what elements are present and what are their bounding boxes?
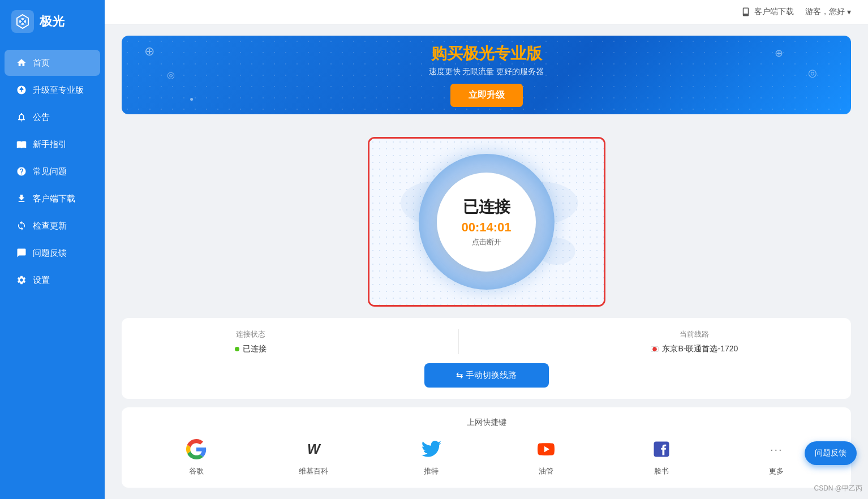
shortcut-twitter[interactable]: 推特 bbox=[419, 437, 444, 476]
sidebar-item-feedback[interactable]: 问题反馈 bbox=[5, 240, 100, 266]
connection-status-label: 连接状态 bbox=[236, 329, 265, 339]
sidebar-item-label: 客户端下载 bbox=[33, 193, 75, 204]
youtube-icon bbox=[534, 437, 558, 462]
shortcut-youtube[interactable]: 油管 bbox=[534, 437, 558, 476]
banner-title: 购买极光专业版 bbox=[431, 43, 542, 64]
mobile-icon bbox=[741, 7, 751, 17]
notice-icon bbox=[16, 111, 27, 123]
japan-flag-icon bbox=[651, 346, 659, 352]
main-content: 客户端下载 游客，您好 ▾ ⊕ ◎ ● ⊕ ◎ 购买极光专业版 速度更快 无限流… bbox=[105, 0, 868, 499]
header-bar: 客户端下载 游客，您好 ▾ bbox=[105, 0, 868, 24]
download-label: 客户端下载 bbox=[754, 7, 794, 17]
connected-value: 已连接 bbox=[243, 344, 267, 354]
twitter-icon bbox=[419, 437, 444, 462]
sidebar-item-label: 检查更新 bbox=[33, 221, 67, 231]
facebook-label: 脸书 bbox=[654, 466, 669, 476]
settings-icon bbox=[16, 274, 27, 286]
banner-deco-4: ⊕ bbox=[775, 47, 783, 59]
home-icon bbox=[16, 57, 27, 68]
shortcut-wikipedia[interactable]: W 维基百科 bbox=[299, 437, 328, 476]
wikipedia-label: 维基百科 bbox=[299, 466, 328, 476]
shortcuts-row: 谷歌 W 维基百科 推特 油管 bbox=[139, 437, 834, 476]
connected-status: 已连接 bbox=[463, 196, 510, 218]
facebook-icon bbox=[649, 437, 674, 462]
banner-deco-3: ● bbox=[190, 95, 194, 103]
line-label: 当前线路 bbox=[680, 329, 709, 339]
sidebar-item-label: 升级至专业版 bbox=[33, 85, 84, 96]
guide-icon bbox=[16, 139, 27, 150]
wikipedia-icon: W bbox=[301, 437, 326, 462]
banner-title-prefix: 购买极光 bbox=[431, 45, 495, 62]
sidebar-item-label: 问题反馈 bbox=[33, 248, 67, 259]
csdn-watermark: CSDN @甲乙丙 bbox=[814, 484, 862, 493]
youtube-label: 油管 bbox=[539, 466, 553, 476]
connection-status-value: 已连接 bbox=[235, 344, 267, 354]
sidebar-item-faq[interactable]: 常见问题 bbox=[5, 158, 100, 184]
app-logo-icon bbox=[11, 10, 34, 33]
google-icon bbox=[184, 437, 209, 462]
banner-content: 购买极光专业版 速度更快 无限流量 更好的服务器 立即升级 bbox=[429, 43, 544, 107]
shortcut-more[interactable]: ··· 更多 bbox=[764, 437, 789, 476]
header-user[interactable]: 游客，您好 ▾ bbox=[805, 7, 851, 17]
sidebar-item-label: 首页 bbox=[33, 58, 50, 68]
banner-deco-1: ⊕ bbox=[144, 44, 154, 59]
promo-banner: ⊕ ◎ ● ⊕ ◎ 购买极光专业版 速度更快 无限流量 更好的服务器 立即升级 bbox=[122, 36, 851, 114]
upgrade-button[interactable]: 立即升级 bbox=[450, 84, 523, 107]
upgrade-icon bbox=[16, 84, 27, 96]
app-name: 极光 bbox=[40, 13, 65, 30]
banner-deco-2: ◎ bbox=[167, 70, 175, 80]
banner-title-highlight: 专业版 bbox=[495, 45, 542, 62]
connection-ring: 已连接 00:14:01 点击断开 bbox=[419, 154, 555, 290]
sidebar: 极光 首页 升级至专业版 公告 新手指引 bbox=[0, 0, 105, 499]
faq-icon bbox=[16, 166, 27, 177]
line-value: 东京B-联通首选-1720 bbox=[651, 344, 738, 354]
shortcut-google[interactable]: 谷歌 bbox=[184, 437, 209, 476]
sidebar-item-download[interactable]: 客户端下载 bbox=[5, 186, 100, 212]
shortcuts-card: 上网快捷键 谷歌 W 维基百科 推特 bbox=[122, 407, 851, 488]
header-download[interactable]: 客户端下载 bbox=[741, 7, 794, 17]
connection-widget[interactable]: 已连接 00:14:01 点击断开 bbox=[368, 137, 605, 307]
logo-area: 极光 bbox=[0, 0, 105, 43]
feedback-float-button[interactable]: 问题反馈 bbox=[805, 441, 857, 465]
shortcut-facebook[interactable]: 脸书 bbox=[649, 437, 674, 476]
divider bbox=[458, 329, 459, 354]
disconnect-label[interactable]: 点击断开 bbox=[472, 237, 501, 247]
sidebar-item-update[interactable]: 检查更新 bbox=[5, 213, 100, 239]
banner-subtitle: 速度更快 无限流量 更好的服务器 bbox=[429, 67, 544, 77]
banner-deco-5: ◎ bbox=[808, 67, 817, 79]
shortcuts-title: 上网快捷键 bbox=[139, 418, 834, 428]
sidebar-item-guide[interactable]: 新手指引 bbox=[5, 131, 100, 157]
status-card: 连接状态 已连接 当前线路 东京B-联通首选-1720 ⇆ 手动切换线路 bbox=[122, 318, 851, 399]
sidebar-item-label: 公告 bbox=[33, 112, 50, 123]
update-icon bbox=[16, 220, 27, 231]
connected-dot bbox=[235, 347, 239, 351]
chevron-down-icon: ▾ bbox=[847, 7, 851, 16]
twitter-label: 推特 bbox=[424, 466, 439, 476]
connection-timer: 00:14:01 bbox=[461, 220, 511, 235]
switch-line-button[interactable]: ⇆ 手动切换线路 bbox=[424, 363, 549, 388]
status-row: 连接状态 已连接 当前线路 东京B-联通首选-1720 bbox=[139, 329, 834, 354]
sidebar-item-home[interactable]: 首页 bbox=[5, 50, 100, 76]
connection-button[interactable]: 已连接 00:14:01 点击断开 bbox=[437, 173, 536, 272]
user-label: 游客，您好 bbox=[805, 7, 845, 17]
line-col: 当前线路 东京B-联通首选-1720 bbox=[651, 329, 738, 354]
sidebar-item-upgrade[interactable]: 升级至专业版 bbox=[5, 77, 100, 103]
feedback-icon bbox=[16, 247, 27, 259]
line-name: 东京B-联通首选-1720 bbox=[662, 344, 738, 354]
google-label: 谷歌 bbox=[189, 466, 204, 476]
connection-status-col: 连接状态 已连接 bbox=[235, 329, 267, 354]
more-label: 更多 bbox=[769, 466, 784, 476]
sidebar-item-label: 新手指引 bbox=[33, 139, 67, 150]
download-icon bbox=[16, 193, 27, 204]
sidebar-item-settings[interactable]: 设置 bbox=[5, 267, 100, 293]
sidebar-item-notice[interactable]: 公告 bbox=[5, 104, 100, 130]
more-icon: ··· bbox=[764, 437, 789, 462]
sidebar-item-label: 设置 bbox=[33, 275, 50, 286]
nav-menu: 首页 升级至专业版 公告 新手指引 常见问题 bbox=[0, 43, 105, 499]
sidebar-item-label: 常见问题 bbox=[33, 166, 67, 177]
